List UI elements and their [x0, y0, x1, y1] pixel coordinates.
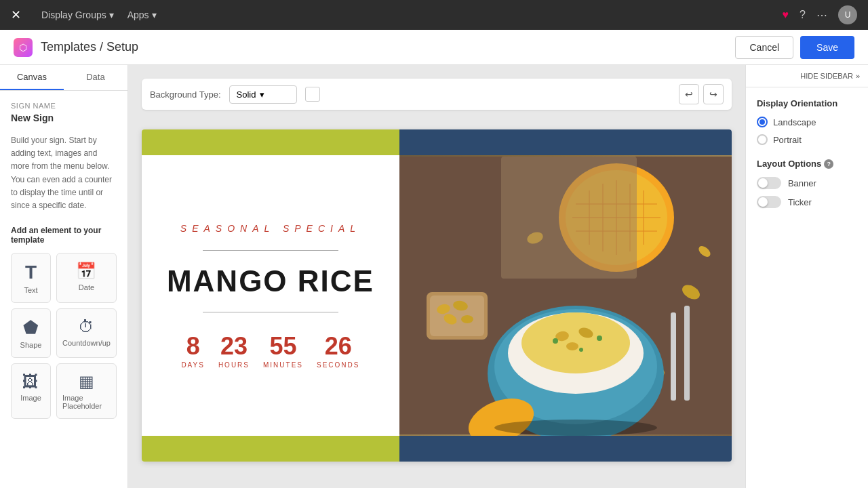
sign-name-label: Sign Name: [11, 102, 117, 110]
display-groups-menu[interactable]: Display Groups ▾: [41, 9, 114, 20]
countdown-row: 8 DAYS 23 HOURS 55 MINUTES: [181, 334, 359, 369]
svg-point-27: [521, 312, 630, 373]
sign-text-panel: SEASONAL SPECIAL MANGO RICE 8 DAYS 23 HO: [142, 155, 399, 436]
canvas-area: Background Type: Solid ▾ ↩ ↪: [128, 65, 745, 488]
image-placeholder-icon: ▦: [79, 372, 94, 391]
minutes-label: MINUTES: [263, 361, 303, 369]
seasonal-special-text: SEASONAL SPECIAL: [180, 223, 361, 234]
element-grid: T Text 📅 Date ⬟ Shape ⏱ Countdown/up 🖼: [11, 253, 117, 419]
sign-top-left-bar: [142, 129, 399, 155]
page-header: ⬡ Templates / Setup Cancel Save: [0, 30, 868, 65]
help-icon[interactable]: ?: [800, 9, 806, 21]
top-navigation: ✕ Display Groups ▾ Apps ▾ ♥ ? ⋯ U: [0, 0, 868, 30]
layout-options-title: Layout Options ?: [757, 159, 857, 169]
favorites-icon[interactable]: ♥: [783, 9, 789, 21]
undo-button[interactable]: ↩: [679, 84, 699, 104]
element-countdown[interactable]: ⏱ Countdown/up: [56, 308, 117, 358]
tab-canvas[interactable]: Canvas: [0, 65, 64, 90]
landscape-radio[interactable]: [757, 117, 768, 127]
countdown-seconds: 26 SECONDS: [317, 334, 359, 369]
hours-number: 23: [220, 334, 248, 359]
bg-type-select[interactable]: Solid ▾: [229, 85, 297, 104]
hours-label: HOURS: [218, 361, 250, 369]
user-avatar[interactable]: U: [838, 5, 857, 24]
portrait-radio[interactable]: [757, 134, 768, 145]
app-logo[interactable]: ✕: [11, 7, 21, 22]
hide-sidebar-button[interactable]: HIDE SIDEBAR »: [800, 72, 860, 80]
sign-top-bar: [142, 129, 732, 155]
sidebar-description: Build your sign. Start by adding text, i…: [11, 134, 117, 212]
sign-card[interactable]: SEASONAL SPECIAL MANGO RICE 8 DAYS 23 HO: [142, 129, 732, 462]
canvas-toolbar-right: ↩ ↪: [679, 84, 724, 104]
svg-point-33: [579, 348, 583, 352]
days-number: 8: [186, 334, 200, 359]
bg-type-chevron: ▾: [260, 89, 264, 100]
countdown-label: Countdown/up: [62, 339, 111, 347]
element-image-placeholder[interactable]: ▦ Image Placeholder: [56, 363, 117, 419]
svg-rect-17: [501, 157, 637, 279]
date-icon: 📅: [76, 262, 96, 281]
cancel-button[interactable]: Cancel: [735, 36, 793, 59]
image-icon: 🖼: [22, 372, 39, 391]
layout-help-icon[interactable]: ?: [824, 159, 833, 169]
redo-button[interactable]: ↪: [703, 84, 724, 104]
svg-rect-34: [671, 312, 676, 401]
image-label: Image: [20, 394, 41, 402]
sign-name-value: New Sign: [11, 113, 117, 123]
portrait-label: Portrait: [773, 135, 802, 145]
main-layout: Canvas Data Sign Name New Sign Build you…: [0, 65, 868, 488]
add-element-label: Add an element to your template: [11, 226, 117, 245]
page-title: Templates / Setup: [41, 40, 138, 54]
food-photo: [399, 155, 732, 436]
svg-rect-35: [684, 306, 690, 401]
countdown-minutes: 55 MINUTES: [263, 334, 303, 369]
apps-chevron: ▾: [152, 9, 157, 20]
element-date[interactable]: 📅 Date: [56, 253, 117, 303]
landscape-option[interactable]: Landscape: [757, 117, 857, 127]
sidebar-tabs: Canvas Data: [0, 65, 127, 91]
grid-icon[interactable]: ⋯: [816, 9, 827, 22]
banner-toggle[interactable]: [757, 177, 781, 189]
svg-point-37: [494, 420, 657, 436]
banner-toggle-label: Banner: [788, 178, 816, 188]
apps-menu[interactable]: Apps ▾: [127, 9, 157, 20]
tab-data[interactable]: Data: [64, 65, 127, 90]
element-image[interactable]: 🖼 Image: [11, 363, 51, 419]
canvas-toolbar: Background Type: Solid ▾ ↩ ↪: [142, 79, 732, 110]
text-label: Text: [24, 286, 37, 294]
right-sidebar-content: Display Orientation Landscape Portrait L…: [746, 87, 868, 226]
sign-body: SEASONAL SPECIAL MANGO RICE 8 DAYS 23 HO: [142, 155, 732, 436]
shape-label: Shape: [20, 341, 42, 349]
sidebar-chevrons: »: [856, 72, 860, 80]
bg-color-swatch[interactable]: [305, 87, 320, 102]
seconds-number: 26: [325, 334, 352, 359]
portrait-option[interactable]: Portrait: [757, 134, 857, 145]
days-label: DAYS: [181, 361, 205, 369]
banner-toggle-row: Banner: [757, 177, 857, 189]
element-shape[interactable]: ⬟ Shape: [11, 308, 51, 358]
top-divider: [203, 250, 338, 251]
topnav-right-actions: ♥ ? ⋯ U: [783, 5, 857, 24]
ticker-toggle-row: Ticker: [757, 196, 857, 208]
text-icon: T: [25, 262, 37, 283]
right-sidebar-header: HIDE SIDEBAR »: [746, 65, 868, 87]
right-sidebar: HIDE SIDEBAR » Display Orientation Lands…: [745, 65, 868, 488]
countdown-days: 8 DAYS: [181, 334, 205, 369]
ticker-toggle[interactable]: [757, 196, 781, 208]
minutes-number: 55: [269, 334, 296, 359]
svg-point-32: [597, 336, 602, 341]
shape-icon: ⬟: [23, 317, 39, 338]
sign-bottom-right-bar: [399, 436, 732, 462]
display-groups-chevron: ▾: [109, 9, 114, 20]
element-text[interactable]: T Text: [11, 253, 51, 303]
sign-preview: SEASONAL SPECIAL MANGO RICE 8 DAYS 23 HO: [142, 117, 732, 474]
header-actions: Cancel Save: [735, 36, 854, 59]
sign-bottom-left-bar: [142, 436, 399, 462]
left-sidebar: Canvas Data Sign Name New Sign Build you…: [0, 65, 128, 488]
sidebar-canvas-content: Sign Name New Sign Build your sign. Star…: [0, 91, 127, 488]
save-button[interactable]: Save: [800, 36, 854, 59]
display-groups-label: Display Groups: [41, 9, 106, 20]
sign-bottom-bar: [142, 436, 732, 462]
apps-label: Apps: [127, 9, 149, 20]
orientation-title: Display Orientation: [757, 98, 857, 108]
